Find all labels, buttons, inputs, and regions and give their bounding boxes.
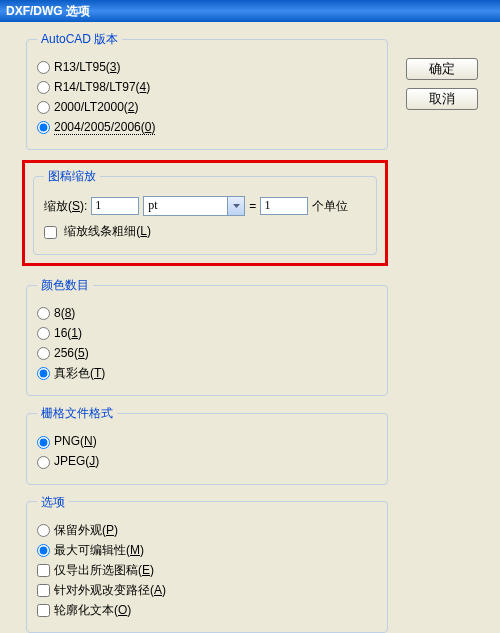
colors-option: 真彩色(T) xyxy=(37,365,377,380)
equals-label: = xyxy=(249,199,256,213)
scale-lineweights-checkbox[interactable] xyxy=(44,226,57,239)
colors-option: 16(1) xyxy=(37,325,377,340)
scale-group: 图稿缩放 缩放(S): pt = 个单位 缩放线条粗细(L) xyxy=(33,169,377,254)
colors-option-radio[interactable] xyxy=(37,327,50,340)
colors-option-radio[interactable] xyxy=(37,307,50,320)
autocad-option-radio[interactable] xyxy=(37,121,50,134)
raster-option: PNG(N) xyxy=(37,434,377,449)
raster-legend: 栅格文件格式 xyxy=(37,406,117,420)
autocad-option-label[interactable]: 2000/LT2000(2) xyxy=(37,100,139,114)
options-radio: 保留外观(P) xyxy=(37,522,377,537)
client-area: 确定 取消 AutoCAD 版本 R13/LT95(3)R14/LT98/LT9… xyxy=(0,22,500,633)
colors-option-radio[interactable] xyxy=(37,347,50,360)
options-check: 针对外观改变路径(A) xyxy=(37,582,377,597)
cancel-button[interactable]: 取消 xyxy=(406,88,478,110)
autocad-option-label[interactable]: 2004/2005/2006(0) xyxy=(37,120,155,134)
scale-input-2[interactable] xyxy=(260,197,308,215)
window-title: DXF/DWG 选项 xyxy=(6,4,90,18)
colors-option-label[interactable]: 真彩色(T) xyxy=(37,366,105,380)
autocad-legend: AutoCAD 版本 xyxy=(37,32,122,46)
highlight-box: 图稿缩放 缩放(S): pt = 个单位 缩放线条粗细(L) xyxy=(22,160,388,265)
autocad-option-radio[interactable] xyxy=(37,101,50,114)
raster-group: 栅格文件格式 PNG(N)JPEG(J) xyxy=(26,406,388,484)
options-radio-label[interactable]: 保留外观(P) xyxy=(37,523,118,537)
options-radio-radio[interactable] xyxy=(37,524,50,537)
autocad-option-radio[interactable] xyxy=(37,61,50,74)
ok-button[interactable]: 确定 xyxy=(406,58,478,80)
raster-option-label[interactable]: JPEG(J) xyxy=(37,454,99,468)
options-check-label[interactable]: 轮廓化文本(O) xyxy=(37,603,131,617)
raster-option: JPEG(J) xyxy=(37,454,377,469)
options-check: 轮廓化文本(O) xyxy=(37,602,377,617)
scale-label: 缩放(S): xyxy=(44,199,87,213)
autocad-option-label[interactable]: R13/LT95(3) xyxy=(37,60,121,74)
raster-option-label[interactable]: PNG(N) xyxy=(37,434,97,448)
autocad-option-radio[interactable] xyxy=(37,81,50,94)
options-check-label[interactable]: 仅导出所选图稿(E) xyxy=(37,563,154,577)
colors-option-label[interactable]: 16(1) xyxy=(37,326,82,340)
autocad-version-group: AutoCAD 版本 R13/LT95(3)R14/LT98/LT97(4)20… xyxy=(26,32,388,150)
button-column: 确定 取消 xyxy=(406,58,478,110)
raster-option-radio[interactable] xyxy=(37,456,50,469)
scale-legend: 图稿缩放 xyxy=(44,169,100,183)
options-radio: 最大可编辑性(M) xyxy=(37,542,377,557)
colors-option: 8(8) xyxy=(37,305,377,320)
options-radio-radio[interactable] xyxy=(37,544,50,557)
scale-row: 缩放(S): pt = 个单位 xyxy=(44,196,366,216)
autocad-option: 2004/2005/2006(0) xyxy=(37,119,377,134)
scale-lineweights-check[interactable]: 缩放线条粗细(L) xyxy=(44,224,151,238)
titlebar: DXF/DWG 选项 xyxy=(0,0,500,22)
options-group: 选项 保留外观(P)最大可编辑性(M)仅导出所选图稿(E)针对外观改变路径(A)… xyxy=(26,495,388,633)
unit-combo[interactable]: pt xyxy=(143,196,245,216)
options-check-label[interactable]: 针对外观改变路径(A) xyxy=(37,583,166,597)
colors-legend: 颜色数目 xyxy=(37,278,93,292)
autocad-option: R13/LT95(3) xyxy=(37,59,377,74)
colors-option-radio[interactable] xyxy=(37,367,50,380)
colors-option-label[interactable]: 256(5) xyxy=(37,346,89,360)
autocad-option: R14/LT98/LT97(4) xyxy=(37,79,377,94)
colors-group: 颜色数目 8(8)16(1)256(5)真彩色(T) xyxy=(26,278,388,396)
colors-option-label[interactable]: 8(8) xyxy=(37,306,75,320)
scale-input[interactable] xyxy=(91,197,139,215)
options-legend: 选项 xyxy=(37,495,69,509)
options-check-checkbox[interactable] xyxy=(37,564,50,577)
options-radio-label[interactable]: 最大可编辑性(M) xyxy=(37,543,144,557)
options-check-checkbox[interactable] xyxy=(37,584,50,597)
colors-option: 256(5) xyxy=(37,345,377,360)
unit-combo-value: pt xyxy=(148,198,157,213)
options-check-checkbox[interactable] xyxy=(37,604,50,617)
autocad-option-label[interactable]: R14/LT98/LT97(4) xyxy=(37,80,150,94)
chevron-down-icon xyxy=(227,197,244,215)
options-check: 仅导出所选图稿(E) xyxy=(37,562,377,577)
scale-lineweights-row: 缩放线条粗细(L) xyxy=(44,224,366,239)
autocad-option: 2000/LT2000(2) xyxy=(37,99,377,114)
raster-option-radio[interactable] xyxy=(37,436,50,449)
unit-text: 个单位 xyxy=(312,199,348,213)
